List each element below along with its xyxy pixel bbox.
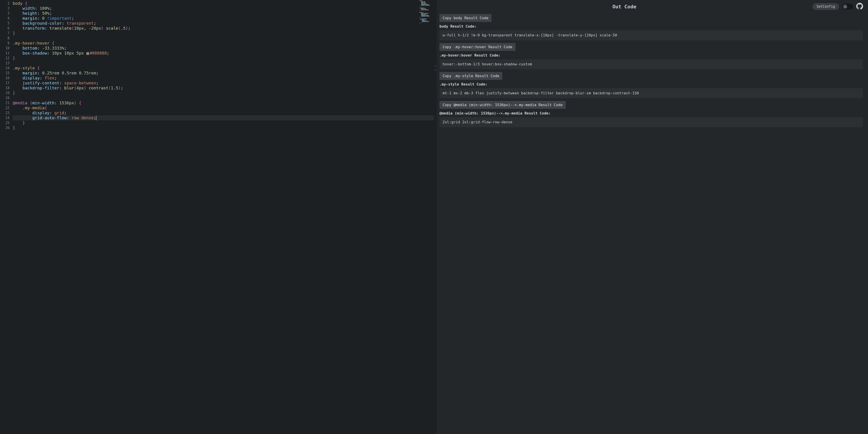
result-code[interactable]: 2xl:grid 2xl:grid-flow-row-dense (439, 117, 863, 127)
css-selector: .my-media (23, 105, 44, 110)
line-number: 12 (0, 56, 13, 61)
output-toolbar: Out Code SetConfig (439, 3, 863, 10)
line-number-gutter: 1234567891011121314151617181920212223242… (0, 0, 13, 434)
css-value: 100% (40, 6, 49, 11)
result-section: Copy body Result Codebody Result Code:w-… (439, 14, 863, 40)
css-value: transparent (67, 21, 93, 26)
css-value: 0.25rem 0.5rem 0.75rem (42, 71, 96, 75)
css-property: display (23, 75, 40, 80)
line-number: 8 (0, 36, 13, 41)
css-value: grid (54, 110, 64, 115)
copy-result-button[interactable]: Copy .my-style Result Code (439, 72, 502, 80)
theme-toggle[interactable] (842, 4, 853, 9)
output-title: Out Code (439, 4, 809, 9)
text-cursor (96, 116, 96, 121)
css-value: 50% (42, 11, 50, 15)
css-property: height (23, 11, 37, 15)
css-property: margin (23, 16, 37, 21)
css-selector: body (13, 1, 23, 6)
line-number: 23 (0, 110, 13, 115)
css-function: blur (64, 86, 74, 90)
line-number: 5 (0, 21, 13, 26)
copy-result-button[interactable]: Copy body Result Code (439, 14, 492, 22)
code-editor-pane[interactable]: 1234567891011121314151617181920212223242… (0, 0, 434, 434)
result-code[interactable]: w-full h-1/2 !m-0 bg-transparent transla… (439, 30, 863, 40)
css-value: -33.3333% (42, 46, 64, 51)
code-area[interactable]: body { width: 100%; height: 50%; margin:… (13, 0, 434, 434)
css-property: display (32, 110, 50, 115)
css-property: margin (23, 71, 37, 75)
line-number: 19 (0, 91, 13, 96)
result-section: Copy .my-hover:hover Result Code.my-hove… (439, 43, 863, 69)
line-number: 4 (0, 16, 13, 21)
line-number: 10 (0, 46, 13, 51)
css-property: background-color (23, 21, 62, 26)
set-config-button[interactable]: SetConfig (812, 3, 839, 10)
current-line: grid-auto-flow: row dense; (13, 115, 434, 121)
brace-close: } (13, 125, 15, 130)
line-number: 13 (0, 61, 13, 66)
line-number: 1 (0, 1, 13, 6)
brace-close: } (23, 121, 25, 125)
result-title: body Result Code: (439, 24, 863, 29)
important-flag: !important (47, 16, 71, 21)
result-section: Copy @media (min-width: 1536px)-->.my-me… (439, 101, 863, 127)
css-value: 0 (42, 16, 44, 21)
line-number: 14 (0, 66, 13, 71)
css-color: #888888 (90, 51, 107, 56)
result-title: .my-hover:hover Result Code: (439, 53, 863, 58)
line-number: 21 (0, 100, 13, 105)
line-number: 26 (0, 125, 13, 130)
result-title: .my-style Result Code: (439, 82, 863, 87)
line-number: 11 (0, 51, 13, 56)
css-property: transform (23, 26, 44, 31)
line-number: 18 (0, 86, 13, 91)
copy-result-button[interactable]: Copy .my-hover:hover Result Code (439, 43, 516, 51)
css-property: backdrop-filter (23, 86, 59, 90)
brace-close: } (13, 31, 15, 36)
line-number: 3 (0, 11, 13, 16)
css-property: bottom (23, 46, 37, 51)
result-code[interactable]: hover:-bottom-1/3 hover:box-shadow-custo… (439, 59, 863, 69)
line-number: 9 (0, 41, 13, 46)
output-pane: Out Code SetConfig Copy body Result Code… (437, 0, 868, 434)
at-rule: @media (13, 100, 27, 105)
line-number: 16 (0, 75, 13, 80)
line-number: 20 (0, 96, 13, 100)
css-selector: .my-style (13, 66, 35, 70)
result-section: Copy .my-style Result Code.my-style Resu… (439, 72, 863, 98)
app-root: 1234567891011121314151617181920212223242… (0, 0, 868, 434)
copy-result-button[interactable]: Copy @media (min-width: 1536px)-->.my-me… (439, 101, 566, 109)
css-value: 10px 10px 5px (52, 51, 84, 56)
line-number: 2 (0, 6, 13, 11)
brace-open: { (25, 1, 27, 6)
css-function: contrast (89, 86, 108, 90)
brace-close: } (13, 56, 15, 60)
result-title: @media (min-width: 1536px)-->.my-media R… (439, 111, 863, 115)
css-value: row dense (71, 115, 94, 120)
line-number: 15 (0, 71, 13, 75)
css-function: scale (106, 26, 118, 31)
css-property: box-shadow (23, 51, 47, 56)
brace-close: } (13, 91, 15, 95)
result-code[interactable]: mt-1 mx-2 mb-3 flex justify-between back… (439, 88, 863, 98)
css-property: justify-content (23, 80, 59, 85)
css-property: grid-auto-flow (32, 115, 67, 120)
split-handle[interactable] (434, 0, 437, 434)
github-icon[interactable] (856, 3, 863, 10)
drag-handle-icon (434, 66, 436, 70)
line-number: 25 (0, 121, 13, 125)
moon-icon (843, 4, 847, 9)
line-number: 6 (0, 26, 13, 31)
line-number: 22 (0, 105, 13, 110)
css-property: width (23, 6, 35, 11)
css-function: translate (50, 26, 72, 31)
css-selector: .my-hover:hover (13, 41, 50, 45)
line-number: 17 (0, 80, 13, 86)
line-number: 7 (0, 31, 13, 36)
css-value: space-between (64, 80, 96, 85)
css-value: flex (44, 75, 54, 80)
color-swatch-icon (86, 52, 89, 55)
